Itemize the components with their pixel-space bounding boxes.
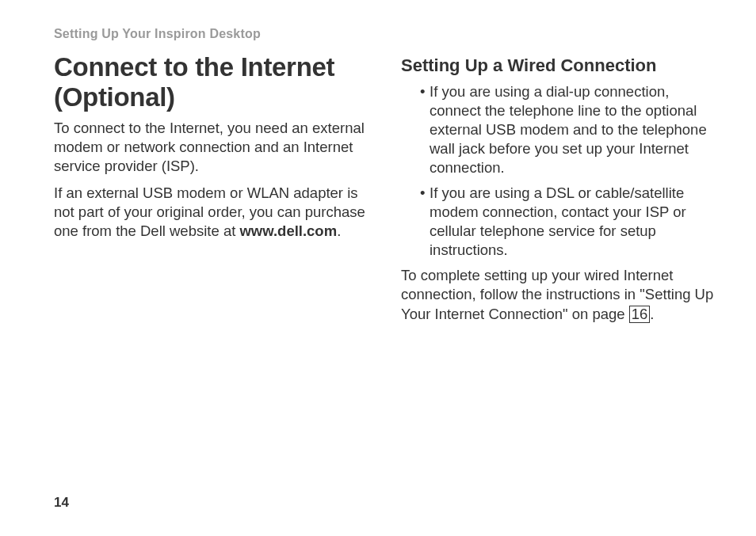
p3-tail: . (650, 306, 654, 322)
page-reference-link[interactable]: 16 (629, 306, 651, 323)
two-column-layout: Connect to the Internet (Optional) To co… (54, 52, 716, 332)
list-item: If you are using a DSL or cable/satellit… (420, 184, 716, 260)
left-column: Connect to the Internet (Optional) To co… (54, 52, 369, 332)
right-column: Setting Up a Wired Connection If you are… (401, 52, 716, 332)
page-number: 14 (54, 495, 69, 511)
p3-lead: To complete setting up your wired Intern… (401, 267, 713, 321)
subsection-title: Setting Up a Wired Connection (401, 55, 716, 76)
bullet-list: If you are using a dial-up connection, c… (401, 82, 716, 260)
p2-tail: . (337, 222, 341, 239)
running-header: Setting Up Your Inspiron Desktop (54, 27, 716, 41)
section-title: Connect to the Internet (Optional) (54, 52, 369, 112)
follow-up-paragraph: To complete setting up your wired Intern… (401, 266, 716, 323)
dell-url: www.dell.com (239, 222, 337, 239)
intro-paragraph-2: If an external USB modem or WLAN adapter… (54, 184, 369, 241)
manual-page: Setting Up Your Inspiron Desktop Connect… (0, 0, 756, 536)
list-item: If you are using a dial-up connection, c… (420, 82, 716, 177)
intro-paragraph-1: To connect to the Internet, you need an … (54, 119, 369, 176)
